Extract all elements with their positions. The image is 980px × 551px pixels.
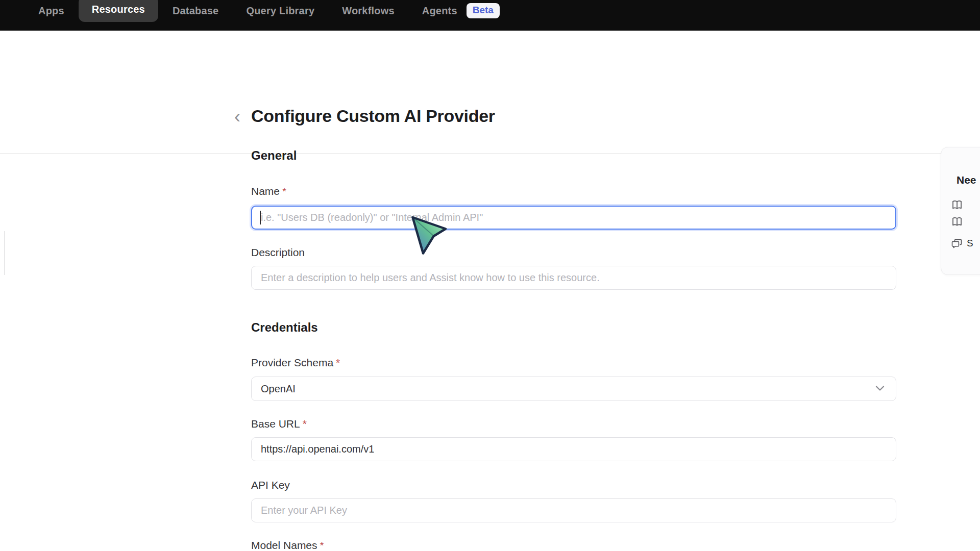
api-key-label: API Key [251, 479, 896, 492]
model-names-label-text: Model Names [251, 539, 317, 551]
help-panel-heading: Nee [957, 174, 980, 186]
provider-schema-select[interactable]: OpenAI [251, 377, 896, 401]
chevron-down-icon [875, 385, 885, 391]
section-heading-general: General [251, 148, 896, 163]
help-panel-link-guide[interactable] [951, 216, 980, 228]
top-nav: Apps Resources Database Query Library Wo… [0, 0, 980, 31]
left-panel-edge [4, 231, 5, 275]
base-url-label-text: Base URL [251, 418, 300, 430]
section-heading-credentials: Credentials [251, 320, 896, 335]
api-key-input[interactable] [251, 498, 896, 522]
model-names-label: Model Names* [251, 539, 896, 551]
nav-item-resources[interactable]: Resources [79, 0, 158, 22]
help-panel-links: S [951, 199, 980, 249]
required-asterisk: * [282, 185, 286, 197]
nav-item-agents[interactable]: Agents [422, 5, 457, 17]
name-label: Name* [251, 185, 896, 198]
book-icon [951, 200, 963, 210]
required-asterisk: * [320, 539, 324, 551]
name-field-wrap [251, 206, 896, 230]
nav-item-apps[interactable]: Apps [38, 5, 64, 17]
chat-icon [951, 239, 962, 248]
base-url-input[interactable] [251, 437, 896, 461]
back-button[interactable]: ‹ [229, 107, 246, 127]
resource-config-form: General Name* Description Credentials Pr… [251, 122, 896, 551]
app-window: Apps Resources Database Query Library Wo… [0, 0, 980, 551]
help-panel-link-support[interactable]: S [951, 238, 980, 249]
book-icon [951, 217, 963, 227]
provider-schema-label: Provider Schema* [251, 356, 896, 369]
required-asterisk: * [303, 418, 307, 430]
provider-schema-value: OpenAI [261, 383, 296, 395]
help-panel-link-docs[interactable] [951, 199, 980, 211]
description-label: Description [251, 246, 896, 259]
nav-item-agents-group: Agents Beta [422, 3, 500, 18]
name-label-text: Name [251, 185, 280, 197]
description-input[interactable] [251, 266, 896, 290]
nav-item-query-library[interactable]: Query Library [246, 5, 314, 17]
chevron-left-icon: ‹ [234, 108, 240, 126]
nav-item-workflows[interactable]: Workflows [342, 5, 395, 17]
text-caret [260, 211, 261, 224]
help-panel: Nee S [941, 147, 980, 275]
required-asterisk: * [336, 357, 340, 368]
beta-badge: Beta [467, 3, 500, 18]
help-link-text: S [967, 238, 973, 249]
provider-schema-label-text: Provider Schema [251, 357, 333, 368]
nav-item-database[interactable]: Database [173, 5, 219, 17]
base-url-label: Base URL* [251, 417, 896, 431]
name-input[interactable] [251, 206, 896, 230]
page-header: ‹ Configure Custom AI Provider [0, 31, 980, 122]
